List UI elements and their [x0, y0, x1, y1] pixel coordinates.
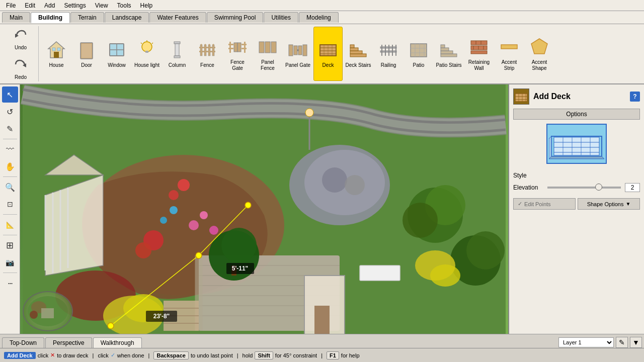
tool-camera[interactable]: 📷 [2, 254, 18, 270]
tool-accent-strip[interactable]: Accent Strip [495, 27, 524, 81]
tool-retaining-wall[interactable]: Retaining Wall [464, 27, 494, 81]
tool-more[interactable]: ··· [2, 275, 18, 291]
svg-line-120 [111, 255, 199, 326]
options-bar: Options [513, 109, 640, 120]
tool-accent-strip-label: Accent Strip [496, 59, 522, 71]
undo-button[interactable]: Undo [7, 25, 34, 53]
tab-building[interactable]: Building [31, 12, 70, 23]
status-step1-text: to draw deck [57, 352, 88, 358]
house-light-icon [136, 39, 157, 60]
elevation-value[interactable]: 2 [625, 183, 640, 192]
tool-freeform[interactable]: 〰 [2, 141, 18, 157]
svg-rect-53 [350, 54, 366, 57]
svg-rect-3 [54, 52, 59, 58]
layer-button-2[interactable]: ▼ [630, 337, 642, 348]
svg-rect-84 [23, 84, 506, 334]
tool-fence-gate-label: Fence Gate [224, 59, 251, 71]
tool-edit-mode[interactable]: ✎ [2, 121, 18, 137]
svg-rect-56 [350, 45, 354, 48]
tool-panel-gate[interactable]: Panel Gate [283, 27, 312, 81]
svg-point-159 [30, 311, 38, 319]
tool-window[interactable]: Window [102, 27, 131, 81]
tool-grid-toggle[interactable]: ⊞ [2, 237, 18, 253]
menu-help[interactable]: Help [136, 1, 157, 10]
svg-point-106 [178, 179, 190, 191]
tool-door[interactable]: Door [72, 27, 101, 81]
svg-rect-8 [82, 44, 92, 58]
svg-rect-36 [234, 43, 237, 52]
tool-house-light[interactable]: House light [132, 27, 162, 81]
redo-button[interactable]: Redo [7, 55, 34, 82]
tool-patio[interactable]: Patio [404, 27, 433, 81]
tool-patio-stairs[interactable]: Patio Stairs [434, 27, 463, 81]
tab-main[interactable]: Main [2, 12, 30, 23]
left-divider-4 [3, 235, 17, 235]
help-button[interactable]: ? [630, 92, 640, 102]
tool-select[interactable]: ↖ [2, 86, 18, 103]
tab-terrain[interactable]: Terrain [70, 12, 104, 23]
menu-edit[interactable]: Edit [21, 1, 39, 10]
tool-zoom-area[interactable]: ⊡ [2, 196, 18, 212]
tool-panel-fence-label: Panel Fence [255, 59, 281, 71]
tool-house[interactable]: House [42, 27, 71, 81]
left-tools-panel: ↖ ↺ ✎ 〰 ✋ 🔍 ⊡ 📐 ⊞ 📷 ··· [0, 84, 20, 334]
tool-deck-stairs[interactable]: Deck Stairs [344, 27, 373, 81]
tool-rotate-view[interactable]: ↺ [2, 104, 18, 120]
options-label: Options [566, 111, 587, 118]
menu-settings[interactable]: Settings [60, 1, 90, 10]
view-tab-perspective[interactable]: Perspective [45, 337, 92, 348]
edit-points-button[interactable]: ✓ Edit Points [513, 198, 576, 210]
svg-rect-150 [146, 311, 177, 322]
elevation-slider[interactable] [547, 187, 621, 189]
svg-point-85 [83, 155, 284, 296]
svg-point-98 [425, 185, 465, 225]
svg-rect-86 [199, 255, 340, 331]
tool-railing[interactable]: Railing [374, 27, 403, 81]
layer-select[interactable]: Layer 1 [558, 337, 614, 347]
f1-key: F1 [327, 351, 339, 359]
minimap[interactable] [23, 291, 73, 331]
tab-landscape[interactable]: Landscape [105, 12, 149, 23]
svg-point-45 [297, 49, 299, 51]
tool-fence-gate[interactable]: Fence Gate [223, 27, 252, 81]
view-tab-top-down[interactable]: Top-Down [2, 337, 44, 348]
menu-tools[interactable]: Tools [113, 1, 135, 10]
layer-button-1[interactable]: ✎ [616, 337, 628, 348]
svg-rect-129 [314, 306, 330, 334]
backspace-key: Backspace [153, 351, 189, 359]
svg-text:5'-11": 5'-11" [232, 265, 249, 272]
canvas-area[interactable]: 5'-11" 23'-8" [20, 84, 508, 334]
shape-options-button[interactable]: Shape Options ▼ [578, 198, 640, 210]
style-preview[interactable] [546, 124, 607, 164]
tool-pan[interactable]: ✋ [2, 158, 18, 174]
svg-point-111 [170, 206, 178, 214]
svg-point-99 [403, 203, 438, 238]
svg-marker-27 [208, 44, 210, 45]
svg-point-96 [345, 175, 365, 195]
svg-marker-23 [200, 44, 202, 45]
tool-zoom-in[interactable]: 🔍 [2, 179, 18, 195]
bottom-tabs-bar: Top-Down Perspective Walkthrough Layer 1… [0, 334, 644, 348]
right-panel: Add Deck ? Options [508, 84, 644, 334]
undo-icon [13, 28, 29, 44]
menu-add[interactable]: Add [40, 1, 59, 10]
tool-column[interactable]: Column [163, 27, 192, 81]
tab-swimming-pool[interactable]: Swimming Pool [207, 12, 264, 23]
svg-rect-41 [289, 45, 293, 56]
menu-view[interactable]: View [91, 1, 112, 10]
layer-area: Layer 1 ✎ ▼ [558, 337, 642, 348]
panel-title: Add Deck [533, 92, 571, 101]
tab-water-features[interactable]: Water Features [149, 12, 206, 23]
add-deck-icon [513, 88, 529, 105]
toolbar: Undo Redo House Door Window [0, 24, 644, 84]
svg-point-109 [200, 211, 208, 219]
tool-fence[interactable]: Fence [193, 27, 222, 81]
tool-panel-fence[interactable]: Panel Fence [253, 27, 282, 81]
tool-accent-shape[interactable]: Accent Shape [525, 27, 554, 81]
tab-utilities[interactable]: Utilities [264, 12, 298, 23]
tool-deck[interactable]: Deck [313, 27, 343, 81]
tab-modeling[interactable]: Modeling [299, 12, 339, 23]
menu-file[interactable]: File [2, 1, 20, 10]
tool-measure[interactable]: 📐 [2, 217, 18, 233]
view-tab-walkthrough[interactable]: Walkthrough [93, 337, 142, 348]
